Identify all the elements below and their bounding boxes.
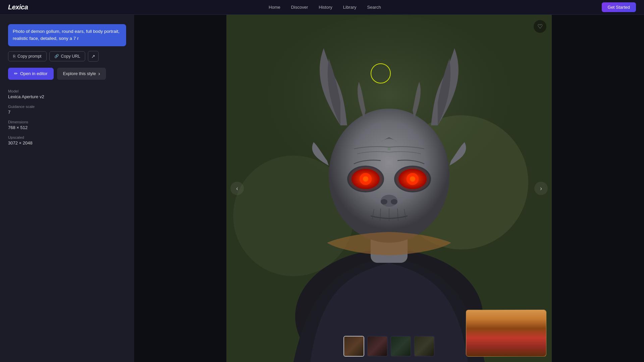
thumb-image-2	[368, 337, 387, 356]
nav-discover[interactable]: Discover	[291, 5, 308, 10]
svg-point-19	[391, 199, 397, 204]
link-icon: 🔗	[54, 54, 59, 58]
svg-point-20	[387, 147, 391, 150]
nav-links: Home Discover History Library Search	[48, 5, 601, 10]
chevron-right-icon: ›	[98, 71, 100, 77]
copy-icon: ⎘	[13, 54, 15, 59]
thumb-image-1	[344, 337, 364, 356]
metadata-section: Model Lexica Aperture v2 Guidance scale …	[8, 89, 126, 145]
heart-icon: ♡	[537, 23, 543, 30]
image-area: ♡ ‹ ›	[134, 15, 644, 362]
explore-style-button[interactable]: Explore this style ›	[57, 68, 106, 80]
guidance-value: 7	[8, 110, 126, 115]
thumb-image-3	[391, 337, 411, 356]
model-label: Model	[8, 89, 126, 93]
svg-point-6	[329, 109, 449, 243]
model-meta: Model Lexica Aperture v2	[8, 89, 126, 99]
model-value: Lexica Aperture v2	[8, 94, 126, 99]
svg-point-18	[381, 199, 387, 204]
thumbnail-4[interactable]	[414, 336, 435, 357]
svg-point-16	[396, 167, 429, 191]
chevron-right-icon: ›	[540, 185, 542, 192]
main-actions: ✏ Open in editor Explore this style ›	[8, 68, 126, 80]
main-container: Photo of demon gollum, round ears, full …	[0, 15, 644, 362]
external-link-icon: ↗	[91, 54, 95, 59]
nav-library[interactable]: Library	[343, 5, 357, 10]
thumbnails-strip	[343, 336, 435, 357]
external-link-button[interactable]: ↗	[88, 51, 99, 62]
main-image: ♡ ‹ ›	[226, 15, 552, 362]
copy-prompt-button[interactable]: ⎘ Copy prompt	[8, 51, 47, 61]
copy-url-button[interactable]: 🔗 Copy URL	[49, 51, 86, 61]
nav-search[interactable]: Search	[367, 5, 381, 10]
get-started-button[interactable]: Get Started	[602, 2, 636, 12]
open-in-editor-button[interactable]: ✏ Open in editor	[8, 68, 54, 80]
guidance-meta: Guidance scale 7	[8, 105, 126, 115]
nav-history[interactable]: History	[319, 5, 332, 10]
upscaled-meta: Upscaled 3072 × 2048	[8, 135, 126, 145]
favorite-button[interactable]: ♡	[534, 20, 546, 33]
explore-style-label: Explore this style	[63, 71, 96, 76]
dimensions-label: Dimensions	[8, 120, 126, 124]
pencil-icon: ✏	[14, 71, 18, 76]
navbar: Lexica Home Discover History Library Sea…	[0, 0, 644, 15]
thumbnail-1[interactable]	[343, 336, 364, 357]
thumbnail-2[interactable]	[367, 336, 388, 357]
copy-prompt-label: Copy prompt	[17, 54, 42, 59]
prompt-box: Photo of demon gollum, round ears, full …	[8, 24, 126, 46]
dimensions-meta: Dimensions 768 × 512	[8, 120, 126, 130]
svg-point-15	[349, 167, 382, 191]
upscaled-value: 3072 × 2048	[8, 140, 126, 145]
nav-home[interactable]: Home	[269, 5, 280, 10]
open-editor-label: Open in editor	[20, 71, 48, 76]
dimensions-value: 768 × 512	[8, 125, 126, 130]
thumb-image-4	[415, 337, 434, 356]
chevron-left-icon: ‹	[236, 185, 238, 192]
webcam-overlay	[466, 310, 546, 357]
upscaled-label: Upscaled	[8, 135, 126, 139]
left-panel: Photo of demon gollum, round ears, full …	[0, 15, 134, 362]
copy-url-label: Copy URL	[61, 54, 80, 59]
app-logo: Lexica	[8, 3, 28, 11]
prompt-text: Photo of demon gollum, round ears, full …	[13, 29, 119, 41]
guidance-label: Guidance scale	[8, 105, 126, 109]
action-buttons: ⎘ Copy prompt 🔗 Copy URL ↗	[8, 51, 126, 62]
webcam-person	[466, 310, 546, 356]
prev-image-button[interactable]: ‹	[230, 182, 244, 195]
next-image-button[interactable]: ›	[534, 182, 548, 195]
thumbnail-3[interactable]	[390, 336, 411, 357]
